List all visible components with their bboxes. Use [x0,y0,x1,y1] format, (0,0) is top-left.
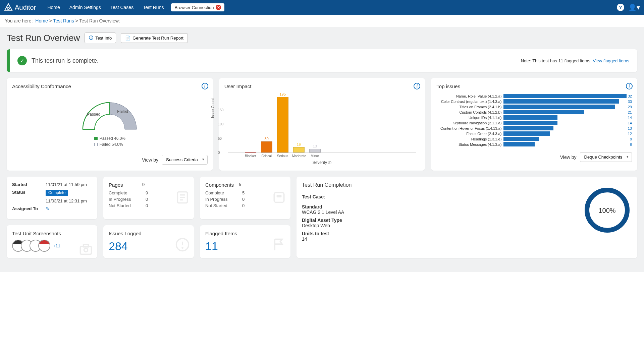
passed-label: Passed [87,112,100,117]
asset-value: Desktop Web [302,223,632,228]
banner-note-text: Note: This test has 11 flagged items [521,58,590,63]
banner-message: This test run is complete. [32,57,99,64]
brand-logo: Auditor [4,3,36,12]
close-icon: ✕ [216,5,221,10]
components-icon [272,190,286,205]
nav-home[interactable]: Home [43,1,64,14]
conformance-title: Accessibility Conformance [12,83,208,89]
edit-pencil-icon[interactable]: ✎ [46,206,49,211]
user-menu-icon[interactable]: 👤▾ [628,3,640,11]
info-small-icon: ⓘ [328,161,331,165]
info-icon[interactable]: i [202,83,208,89]
check-icon: ✓ [17,56,27,65]
notstarted-label: Not Started [205,203,242,208]
completion-card: Test Run Completion Test Case: Standard … [297,177,637,258]
conformance-view-by-select[interactable]: Success Criteria [162,155,208,165]
screenshots-card: Test Unit Screenshots +11 [7,225,97,258]
view-by-label: View by [142,157,158,163]
screenshots-title: Test Unit Screenshots [12,231,92,236]
nav-links: Home Admin Settings Test Cases Test Runs [43,1,168,14]
page-header: Test Run Overview ⓘ Test Info 📄 Generate… [7,33,637,43]
user-impact-card: User Impact i Issue Count 050100150Block… [219,78,425,171]
svg-point-9 [84,248,88,252]
help-icon[interactable]: ? [617,4,624,11]
inprogress-value: 0 [146,197,148,202]
failed-label: Failed [117,109,128,114]
notstarted-label: Not Started [109,203,146,208]
complete-value: 5 [242,190,245,195]
flag-icon [272,237,286,252]
pages-icon [175,190,190,205]
completion-ring: 100% [584,187,631,234]
complete-label: Complete [109,190,146,195]
top-issues-title: Top issues [436,83,632,89]
complete-label: Complete [205,190,242,195]
conformance-legend: Passed 46.0% Failed 54.0% [94,136,125,148]
nav-test-cases[interactable]: Test Cases [106,1,138,14]
generate-report-button[interactable]: 📄 Generate Test Run Report [121,33,188,43]
components-card: Components5 Complete5 In Progress0 Not S… [200,177,290,219]
units-label: Units to test [302,231,632,236]
test-case-label: Test Case: [302,194,632,199]
standard-value: WCAG 2.1 Level AA [302,209,632,215]
standard-label: Standard [302,204,632,209]
top-issues-card: Top issues i Name, Role, Value (4.1.2.a)… [431,78,637,171]
nav-test-runs[interactable]: Test Runs [138,1,168,14]
components-total: 5 [239,182,285,188]
notstarted-value: 0 [242,203,245,208]
complete-value: 9 [146,190,148,195]
info-icon[interactable]: i [626,83,633,89]
browser-connection-badge[interactable]: Browser Connection ✕ [171,3,224,11]
banner-accent [7,49,10,72]
more-screenshots-link[interactable]: +11 [53,243,60,248]
thumb-4[interactable] [38,240,50,252]
browser-connection-label: Browser Connection [174,5,214,10]
status-label: Status [12,190,46,196]
breadcrumb-prefix: You are here: [5,18,33,23]
pages-card: Pages9 Complete9 In Progress0 Not Starte… [103,177,194,219]
generate-report-label: Generate Test Run Report [132,36,183,41]
nav-admin-settings[interactable]: Admin Settings [65,1,106,14]
pages-title: Pages [109,182,142,188]
inprogress-value: 0 [242,197,245,202]
svg-point-0 [7,7,10,10]
breadcrumb-test-runs[interactable]: Test Runs [53,18,74,23]
svg-point-13 [181,247,183,249]
brand-name: Auditor [15,4,36,11]
test-info-button[interactable]: ⓘ Test Info [85,33,116,43]
notstarted-value: 0 [146,203,148,208]
banner-note: Note: This test has 11 flagged items Vie… [521,58,629,63]
xlabel: Severity [313,160,327,165]
breadcrumb-home[interactable]: Home [35,18,48,23]
top-nav: Auditor Home Admin Settings Test Cases T… [0,0,644,15]
user-impact-chart: Issue Count 050100150Blocker39Critical19… [228,93,417,153]
camera-icon [78,242,93,257]
asset-label: Digital Asset Type [302,218,632,223]
completion-banner: ✓ This test run is complete. Note: This … [7,49,637,72]
status-date: 11/03/21 at 12:31 pm [46,198,92,203]
view-flagged-link[interactable]: View flagged items [593,58,629,63]
top-issues-view-by-select[interactable]: Deque Checkpoints [580,152,632,162]
info-icon: ⓘ [89,35,93,41]
status-card: Started11/01/21 at 11:59 pm StatusComple… [7,177,97,219]
completion-pct: 100% [598,207,615,214]
top-issues-chart: Name, Role, Value (4.1.2.a)32Color Contr… [436,93,632,149]
issues-logged-card: Issues Logged 284 [103,225,194,258]
started-label: Started [12,182,46,187]
svg-rect-6 [277,195,282,197]
inprogress-label: In Progress [205,197,242,202]
flagged-items-card: Flagged Items 11 [200,225,290,258]
completion-title: Test Run Completion [302,182,632,188]
legend-failed: Failed 54.0% [100,142,123,147]
components-title: Components [205,182,239,188]
ylabel: Issue Count [211,98,215,118]
page-title: Test Run Overview [7,33,80,43]
conformance-card: Accessibility Conformance i Passed Faile… [7,78,213,171]
breadcrumb: You are here: Home > Test Runs > Test Ru… [0,15,644,27]
breadcrumb-current: Test Run Overview: [79,18,120,23]
document-icon: 📄 [125,36,130,41]
legend-passed: Passed 46.0% [100,136,125,141]
pages-total: 9 [142,182,189,188]
started-value: 11/01/21 at 11:59 pm [46,182,92,187]
view-by-label: View by [560,155,577,160]
